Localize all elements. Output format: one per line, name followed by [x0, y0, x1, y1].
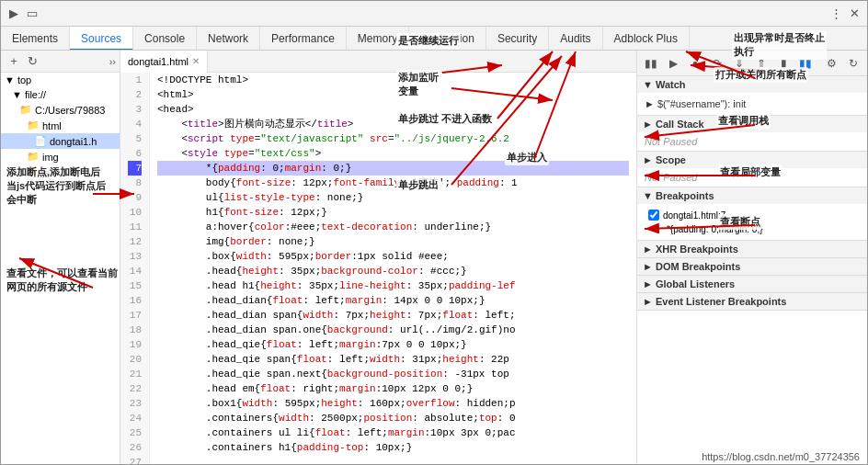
- code-line-22: .head em{float: right;margin:10px 12px 0…: [157, 381, 629, 396]
- editor-tab-dongtai[interactable]: dongtai1.html ✕: [120, 51, 208, 73]
- tab-memory[interactable]: Memory: [347, 27, 409, 51]
- settings-btn[interactable]: ⚙: [821, 53, 841, 74]
- breakpoints-label: Breakpoints: [656, 190, 714, 201]
- tab-console[interactable]: Console: [133, 27, 197, 51]
- step-into-btn[interactable]: ⇓: [729, 53, 749, 74]
- line-num-16: 16: [128, 293, 142, 308]
- bp-item-1: dongtai1.html:7: [645, 208, 860, 222]
- code-line-10: h1{font-size: 12px;}: [157, 205, 629, 220]
- pause-exception-btn[interactable]: ▮▮: [795, 53, 816, 74]
- tab-security[interactable]: Security: [486, 27, 549, 51]
- code-line-17: .head_dian span{width: 7px;height: 7px;f…: [157, 308, 629, 323]
- line-num-8: 8: [128, 176, 142, 190]
- tab-performance[interactable]: Performance: [260, 27, 347, 51]
- dom-header[interactable]: ► DOM Breakpoints: [637, 258, 867, 275]
- tab-adblock[interactable]: Adblock Plus: [603, 27, 690, 51]
- callstack-section: ► Call Stack Not Paused: [637, 116, 867, 152]
- watch-header[interactable]: ▼ Watch: [637, 76, 867, 93]
- global-chevron: ►: [643, 278, 653, 289]
- tree-item-dongtai[interactable]: 📄 dongtai1.h: [1, 133, 120, 149]
- devtools-window: ▶ ▭ ⋮ ✕ Elements Sources Console Network…: [0, 0, 868, 465]
- code-line-16: .head_dian{float: left;margin: 14px 0 0 …: [157, 293, 629, 308]
- line-num-10: 10: [128, 205, 142, 220]
- global-header[interactable]: ► Global Listeners: [637, 276, 867, 292]
- tab-network[interactable]: Network: [197, 27, 260, 51]
- code-line-25: .containers ul li{float: left;margin:10p…: [157, 425, 629, 440]
- folder-icon-img: 📁: [27, 151, 40, 163]
- watch-chevron-item: ►: [645, 98, 655, 109]
- tree-item-js[interactable]: 📁 js: [1, 164, 120, 180]
- tab-elements[interactable]: Elements: [1, 27, 70, 51]
- tree-item-top[interactable]: ▼ top: [1, 73, 120, 87]
- watch-content: ► $("#username"): init: [637, 93, 867, 115]
- line-num-9: 9: [128, 190, 142, 205]
- xhr-chevron: ►: [643, 244, 653, 255]
- line-num-18: 18: [128, 323, 142, 337]
- editor-tab-close[interactable]: ✕: [192, 51, 200, 73]
- line-num-23: 23: [128, 396, 142, 411]
- event-header[interactable]: ► Event Listener Breakpoints: [637, 293, 867, 310]
- inspect-icon[interactable]: ▶: [5, 5, 23, 23]
- code-line-19: .head_qie{float: left;margin:7px 0 0 10p…: [157, 337, 629, 352]
- more-icon[interactable]: ⋮: [827, 5, 845, 23]
- code-line-3: <head>: [157, 102, 629, 117]
- sync-icon[interactable]: ↻: [23, 52, 41, 71]
- tab-audits[interactable]: Audits: [549, 27, 602, 51]
- resume-btn[interactable]: ▶: [663, 53, 683, 74]
- callstack-content: Not Paused: [637, 132, 867, 151]
- editor-content[interactable]: 1 2 3 4 5 6 7 8 9 10 11 12 13 14: [120, 73, 636, 464]
- line-num-7: 7: [128, 161, 142, 176]
- tree-label-users: C:/Users/79883: [35, 105, 105, 116]
- refresh-btn[interactable]: ↻: [843, 53, 863, 74]
- code-lines: 1 2 3 4 5 6 7 8 9 10 11 12 13 14: [120, 73, 636, 464]
- code-line-23: .box1{width: 595px;height: 160px;overflo…: [157, 396, 629, 411]
- line-num-20: 20: [128, 352, 142, 367]
- watch-item-label: $("#username"): init: [657, 98, 746, 109]
- scope-status: Not Paused: [645, 172, 697, 183]
- devtools-main: + ↻ ›› ▼ top ▼ file:// 📁: [1, 51, 867, 464]
- code-line-24: .containers{width: 2500px;position: abso…: [157, 411, 629, 425]
- tree-item-file[interactable]: ▼ file://: [1, 87, 120, 102]
- record-btn[interactable]: ●: [685, 53, 705, 74]
- step-over-btn[interactable]: ↷: [707, 53, 727, 74]
- tree-item-html[interactable]: 📁 html: [1, 118, 120, 133]
- bp-checkbox-1[interactable]: [648, 210, 659, 221]
- bp-item-2: *{padding: 0;margin: 0;}: [645, 222, 860, 236]
- breakpoints-section: ▼ Breakpoints dongtai1.html:7 *{padding:…: [637, 187, 867, 241]
- watch-label: Watch: [656, 79, 686, 90]
- tree-label-img: img: [42, 152, 59, 163]
- device-icon[interactable]: ▭: [23, 5, 41, 23]
- xhr-section: ► XHR Breakpoints: [637, 241, 867, 258]
- file-icon-dongtai: 📄: [34, 135, 47, 147]
- bp-file-1: dongtai1.html:7: [663, 210, 725, 221]
- callstack-status: Not Paused: [645, 136, 697, 147]
- code-line-13: .box{width: 595px;border:1px solid #eee;: [157, 249, 629, 264]
- scope-content: Not Paused: [637, 168, 867, 187]
- tab-sources[interactable]: Sources: [70, 27, 133, 51]
- tree-item-users[interactable]: 📁 C:/Users/79883: [1, 102, 120, 118]
- tree-item-img[interactable]: 📁 img: [1, 149, 120, 164]
- watch-section: ▼ Watch ► $("#username"): init: [637, 76, 867, 116]
- scope-section: ► Scope Not Paused: [637, 152, 867, 187]
- callstack-label: Call Stack: [656, 119, 704, 130]
- tab-application[interactable]: Application: [409, 27, 486, 51]
- new-file-icon[interactable]: +: [5, 52, 23, 71]
- scope-header[interactable]: ► Scope: [637, 152, 867, 168]
- code-line-15: .head h1{height: 35px;line-height: 35px;…: [157, 278, 629, 293]
- breakpoints-header[interactable]: ▼ Breakpoints: [637, 187, 867, 204]
- callstack-header[interactable]: ► Call Stack: [637, 116, 867, 132]
- line-num-2: 2: [128, 87, 142, 102]
- tree-label-top: top: [17, 74, 31, 85]
- close-icon[interactable]: ✕: [845, 5, 863, 23]
- deactivate-btn[interactable]: ▮: [773, 53, 794, 74]
- xhr-header[interactable]: ► XHR Breakpoints: [637, 241, 867, 257]
- step-out-btn[interactable]: ⇑: [751, 53, 771, 74]
- pause-btn[interactable]: ▮▮: [641, 53, 661, 74]
- folder-icon-users: 📁: [19, 104, 32, 116]
- tree-label-html: html: [42, 120, 62, 131]
- code-line-12: img{border: none;}: [157, 234, 629, 249]
- code-line-18: .head_dian span.one{background: url(../i…: [157, 323, 629, 337]
- sources-sidebar: + ↻ ›› ▼ top ▼ file:// 📁: [1, 51, 120, 464]
- bp-code-1: *{padding: 0;margin: 0;}: [667, 224, 763, 234]
- code-line-9: ul{list-style-type: none;}: [157, 190, 629, 205]
